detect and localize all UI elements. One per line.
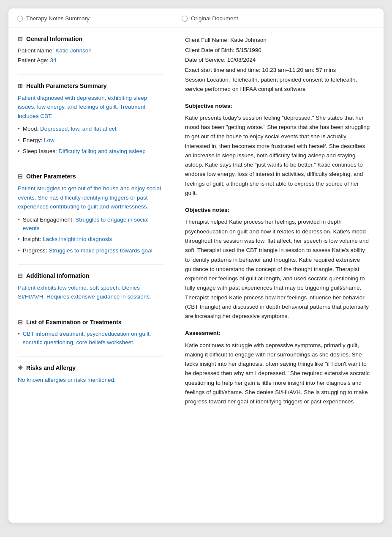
objective-notes-text: Therapist helped Katie process her feeli… (185, 217, 371, 321)
list-item: Energy: Low (18, 136, 163, 145)
subjective-notes-section: Subjective notes: Katie presents today's… (185, 101, 371, 198)
list-item: Mood: Depressed, low, and flat affect (18, 125, 163, 133)
additional-info-icon: ⊟ (18, 272, 23, 279)
health-params-icon: ⊞ (18, 82, 23, 89)
client-dob: Client Date of Birth: 5/15/1990 (185, 46, 371, 55)
exam-treatments-icon: ⊟ (18, 319, 23, 326)
patient-age-line: Patient Age: 34 (18, 56, 163, 65)
list-item: Sleep Issues: Difficulty falling and sta… (18, 147, 163, 156)
assessment-title: Assessment: (185, 329, 371, 338)
health-params-title: ⊞ Health Parameters Summary (18, 82, 163, 89)
additional-info-summary: Patient exhibits low volume, soft speech… (18, 283, 163, 301)
right-panel-header: Original Document (173, 8, 384, 28)
general-info-icon: ⊟ (18, 36, 23, 42)
assessment-section: Assessment: Katie continues to struggle … (185, 329, 371, 406)
session-location: Session Location: Telehealth, patient pr… (185, 75, 371, 93)
left-panel-header: Therapy Notes Summary (8, 8, 173, 28)
additional-info-section: ⊟ Additional Information Patient exhibit… (18, 272, 163, 301)
circle-icon-right (182, 16, 188, 22)
subjective-notes-text: Katie presents today's session feeling "… (185, 113, 371, 198)
divider-1 (18, 74, 163, 75)
right-panel: Original Document Client Full Name: Kati… (173, 8, 384, 523)
exam-treatments-bullets: CBT informed treatment, psychoeducation … (18, 330, 163, 347)
exam-treatments-title: ⊟ List of Examination or Treatments (18, 319, 163, 326)
general-info-section: ⊟ General Information Patient Name: Kati… (18, 36, 163, 65)
other-params-summary: Patient struggles to get out of the hous… (18, 184, 163, 211)
divider-2 (18, 165, 163, 165)
risks-allergy-icon: ✳ (18, 364, 23, 371)
list-item: Insight: Lacks insight into diagnosis (18, 235, 163, 244)
service-date: Date of Service: 10/08/2024 (185, 55, 371, 65)
health-params-summary: Patient diagnosed with depression, exhib… (18, 93, 163, 121)
additional-info-title: ⊟ Additional Information (18, 272, 163, 279)
patient-name-value: Katie Johnson (55, 47, 92, 54)
objective-notes-title: Objective notes: (185, 205, 371, 215)
left-panel-title: Therapy Notes Summary (26, 15, 90, 22)
right-panel-title: Original Document (191, 15, 238, 22)
left-panel: Therapy Notes Summary ⊟ General Informat… (8, 8, 173, 523)
objective-notes-section: Objective notes: Therapist helped Katie … (185, 205, 371, 321)
risks-allergy-section: ✳ Risks and Allergy No known allergies o… (18, 364, 163, 385)
right-panel-content: Client Full Name: Katie Johnson Client D… (173, 28, 383, 425)
exam-treatments-section: ⊟ List of Examination or Treatments CBT … (18, 319, 163, 347)
other-params-icon: ⊟ (18, 173, 23, 180)
assessment-text: Katie continues to struggle with depress… (185, 341, 371, 407)
client-full-name: Client Full Name: Katie Johnson (185, 36, 371, 45)
risks-allergy-title: ✳ Risks and Allergy (18, 364, 163, 371)
patient-name-line: Patient Name: Katie Johnson (18, 47, 163, 55)
left-panel-content: ⊟ General Information Patient Name: Kati… (8, 28, 173, 404)
time-info: Exact start time and end time: 10:23 am–… (185, 66, 371, 75)
client-info-block: Client Full Name: Katie Johnson Client D… (185, 36, 371, 94)
patient-age-value: 34 (50, 57, 57, 63)
other-params-section: ⊟ Other Parameters Patient struggles to … (18, 173, 163, 255)
general-info-title: ⊟ General Information (18, 36, 163, 42)
divider-5 (18, 356, 163, 357)
divider-4 (18, 311, 163, 311)
circle-icon-left (17, 16, 23, 22)
subjective-notes-title: Subjective notes: (185, 101, 371, 111)
list-item: CBT informed treatment, psychoeducation … (18, 330, 163, 347)
right-panel-scroll[interactable]: Client Full Name: Katie Johnson Client D… (173, 28, 384, 523)
other-params-bullets: Social Engagement: Struggles to engage i… (18, 216, 163, 255)
list-item: Social Engagement: Struggles to engage i… (18, 216, 163, 233)
divider-3 (18, 264, 163, 265)
other-params-title: ⊟ Other Parameters (18, 173, 163, 180)
list-item: Progress: Struggles to make progress tow… (18, 247, 163, 255)
risks-allergy-summary: No known allergies or risks mentioned. (18, 375, 163, 385)
health-params-bullets: Mood: Depressed, low, and flat affect En… (18, 125, 163, 156)
health-params-section: ⊞ Health Parameters Summary Patient diag… (18, 82, 163, 156)
